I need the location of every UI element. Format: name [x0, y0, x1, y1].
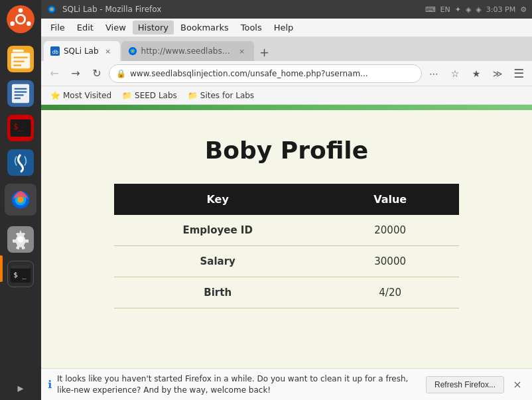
svg-rect-14 — [15, 98, 21, 99]
bookmark-most-visited[interactable]: ⭐ Most Visited — [46, 90, 115, 101]
sidebar: $_ — [0, 0, 41, 400]
tab-close-seedlab[interactable]: × — [237, 46, 247, 56]
svg-rect-11 — [15, 88, 27, 90]
table-cell-key: Birth — [114, 277, 321, 308]
bookmark-sites-for-labs[interactable]: 📁 Sites for Labs — [184, 90, 258, 101]
system-tray: ⌨ EN ✦ ◈ ◈ 3:03 PM ⚙ — [425, 5, 527, 14]
bookmark-seed-labs[interactable]: 📁 SEED Labs — [118, 90, 181, 101]
svg-rect-10 — [12, 84, 29, 103]
menu-bookmarks[interactable]: Bookmarks — [175, 21, 234, 34]
bookmark-this-button[interactable]: ☆ — [446, 64, 464, 83]
menu-tools[interactable]: Tools — [235, 21, 267, 34]
notification-bar: ℹ It looks like you haven't started Fire… — [41, 368, 532, 400]
browser-window: SQLi Lab - Mozilla Firefox ⌨ EN ✦ ◈ ◈ 3:… — [41, 0, 532, 400]
svg-text:db: db — [52, 49, 59, 55]
bookmark-seed-labs-label: SEED Labs — [135, 91, 177, 100]
overflow-menu-button[interactable]: ⋯ — [425, 64, 443, 83]
launcher-arrow[interactable]: ▸ — [17, 381, 23, 395]
tab-title-seedlab: http://www.seedlabsqlinje... — [141, 46, 233, 56]
forward-button[interactable]: → — [66, 64, 85, 83]
table-cell-key: Salary — [114, 246, 321, 277]
svg-text:$_: $_ — [13, 122, 23, 131]
urlbar[interactable]: 🔒 www.seedlabsqlinjection.com/unsafe_hom… — [109, 64, 422, 83]
firefox-title-icon — [46, 4, 57, 15]
wireshark-icon[interactable] — [5, 147, 36, 178]
accent-bar — [41, 105, 532, 110]
reload-button[interactable]: ↻ — [88, 64, 106, 83]
url-text: www.seedlabsqlinjection.com/unsafe_home.… — [130, 69, 415, 78]
profile-title: Boby Profile — [205, 137, 368, 164]
bookmark-sites-for-labs-label: Sites for Labs — [200, 91, 254, 100]
tab-title-sqlilab: SQLi Lab — [64, 46, 99, 56]
table-header-value: Value — [321, 184, 459, 215]
extensions-button[interactable]: ≫ — [488, 64, 507, 83]
table-row: Salary30000 — [114, 246, 459, 277]
menu-help[interactable]: Help — [269, 21, 299, 34]
titlebar: SQLi Lab - Mozilla Firefox ⌨ EN ✦ ◈ ◈ 3:… — [41, 0, 532, 19]
bookmark-star-button[interactable]: ★ — [467, 64, 486, 83]
svg-point-3 — [10, 21, 15, 26]
menubar: File Edit View History Bookmarks Tools H… — [41, 19, 532, 37]
tab-favicon-sqlilab: db — [50, 46, 60, 56]
firefox-icon[interactable] — [5, 184, 36, 216]
window-title: SQLi Lab - Mozilla Firefox — [62, 5, 161, 14]
window-controls: ⌨ EN ✦ ◈ ◈ 3:03 PM ⚙ — [425, 5, 527, 14]
menu-edit[interactable]: Edit — [72, 21, 99, 34]
tab-seedlab[interactable]: http://www.seedlabsqlinje... × — [121, 41, 254, 61]
settings-icon[interactable] — [5, 224, 36, 255]
refresh-firefox-button[interactable]: Refresh Firefox... — [426, 376, 504, 393]
menu-history[interactable]: History — [133, 21, 174, 34]
tab-sqlilab[interactable]: db SQLi Lab × — [44, 41, 120, 61]
tabbar: db SQLi Lab × http://www.seedlabsqlinje.… — [41, 37, 532, 61]
ubuntu-icon[interactable] — [5, 3, 36, 35]
sites-for-labs-folder-icon: 📁 — [188, 91, 198, 100]
svg-rect-7 — [13, 56, 27, 58]
tab-close-sqlilab[interactable]: × — [103, 46, 113, 56]
terminal-icon[interactable]: $_ — [5, 112, 36, 144]
files-icon[interactable] — [5, 43, 36, 75]
notification-text: It looks like you haven't started Firefo… — [57, 373, 421, 396]
page-content: Boby Profile Key Value Employee ID20000S… — [41, 110, 532, 368]
new-tab-button[interactable]: + — [255, 42, 274, 61]
svg-point-2 — [19, 8, 23, 13]
text-editor-icon[interactable] — [5, 78, 36, 109]
navbar: ← → ↻ 🔒 www.seedlabsqlinjection.com/unsa… — [41, 61, 532, 86]
table-body: Employee ID20000Salary30000Birth4/20 — [114, 215, 459, 308]
profile-table: Key Value Employee ID20000Salary30000Bir… — [114, 184, 459, 308]
table-header-key: Key — [114, 184, 321, 215]
table-cell-key: Employee ID — [114, 215, 321, 246]
table-row: Employee ID20000 — [114, 215, 459, 246]
table-cell-value: 30000 — [321, 246, 459, 277]
menu-view[interactable]: View — [100, 21, 131, 34]
svg-rect-12 — [15, 91, 27, 92]
back-button[interactable]: ← — [45, 64, 64, 83]
svg-point-32 — [131, 50, 134, 52]
tab-favicon-seedlab — [128, 46, 137, 56]
notification-icon: ℹ — [48, 378, 52, 391]
lock-icon: 🔒 — [116, 69, 126, 78]
notification-close-button[interactable]: × — [509, 377, 525, 393]
hamburger-menu[interactable]: ☰ — [509, 64, 528, 83]
svg-rect-5 — [13, 50, 24, 52]
svg-rect-23 — [11, 265, 31, 269]
terminal2-icon[interactable]: $ _ — [5, 258, 36, 290]
most-visited-icon: ⭐ — [50, 91, 60, 100]
svg-point-27 — [50, 8, 53, 11]
table-cell-value: 4/20 — [321, 277, 459, 308]
svg-text:$ _: $ _ — [13, 271, 27, 279]
seed-labs-folder-icon: 📁 — [122, 91, 132, 100]
svg-rect-9 — [13, 64, 21, 66]
menu-file[interactable]: File — [45, 21, 70, 34]
table-row: Birth4/20 — [114, 277, 459, 308]
bookmarks-bar: ⭐ Most Visited 📁 SEED Labs 📁 Sites for L… — [41, 86, 532, 105]
svg-point-4 — [27, 21, 31, 26]
svg-point-20 — [17, 196, 24, 203]
bookmark-most-visited-label: Most Visited — [63, 91, 111, 100]
svg-rect-13 — [15, 94, 24, 96]
svg-rect-8 — [13, 60, 25, 62]
table-cell-value: 20000 — [321, 215, 459, 246]
